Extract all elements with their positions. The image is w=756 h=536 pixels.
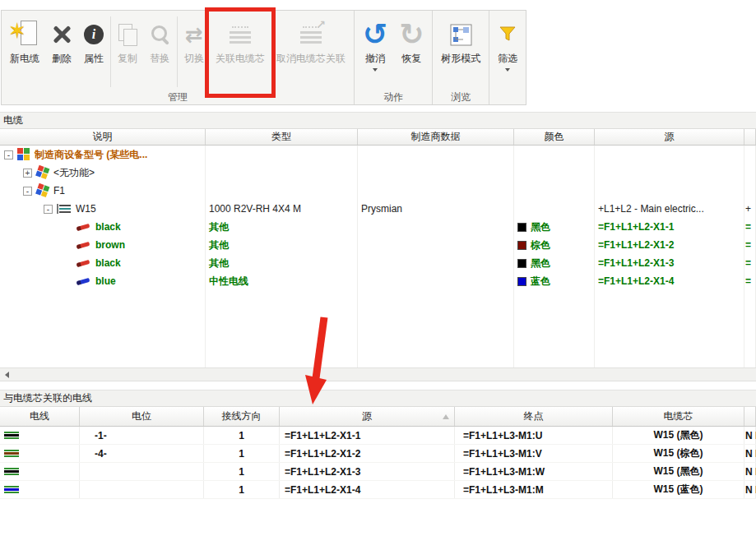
- table-row-core[interactable]: black 其他 黑色 =F1+L1+L2-X1-1 =: [0, 218, 756, 236]
- column-header-description[interactable]: 说明: [0, 129, 206, 145]
- wire-direction: 1: [204, 481, 280, 498]
- wire-core: W15 (蓝色): [613, 481, 744, 498]
- chevron-down-icon[interactable]: [373, 68, 378, 72]
- wire-direction: 1: [204, 427, 280, 444]
- core-name: black: [95, 221, 121, 233]
- core-source-overflow: =: [745, 275, 751, 287]
- wire-core: W15 (黑色): [613, 463, 744, 480]
- wire-core: W15 (黑色): [613, 427, 744, 444]
- chevron-down-icon[interactable]: [505, 68, 510, 72]
- wire-cut-value: N L: [744, 427, 756, 444]
- button-label: 撤消: [365, 52, 385, 66]
- expand-toggle[interactable]: -: [4, 150, 13, 159]
- wire-source: =F1+L1+L2-X1-4: [280, 481, 455, 498]
- cable-source-overflow: +: [744, 200, 756, 218]
- core-source-overflow: =: [745, 239, 751, 251]
- color-swatch: [517, 277, 526, 286]
- table-row-core[interactable]: brown 其他 棕色 =F1+L1+L2-X1-2 =: [0, 236, 756, 254]
- expand-toggle[interactable]: -: [44, 205, 53, 214]
- undo-icon: [363, 17, 387, 52]
- ribbon: ✶ 新电缆 删除 属性 复制: [0, 10, 756, 105]
- filter-button[interactable]: 筛选: [492, 13, 523, 90]
- wire-source: =F1+L1+L2-X1-3: [280, 463, 455, 480]
- core-type: 其他: [209, 220, 229, 234]
- button-label: 恢复: [401, 52, 421, 66]
- table-row[interactable]: - F1: [0, 182, 756, 200]
- wire-target: =F1+L1+L3-M1:M: [455, 481, 613, 498]
- wire-cut-value: N L: [744, 463, 756, 480]
- link-cores-icon: [228, 17, 253, 52]
- table-row-cable[interactable]: - W15 1000 R2V-RH 4X4 M Prysmian +L1+L2 …: [0, 200, 756, 218]
- expand-toggle[interactable]: -: [23, 187, 32, 196]
- wire-icon: [77, 223, 90, 230]
- column-header-wire[interactable]: 电线: [0, 407, 80, 426]
- wire-source: =F1+L1+L2-X1-1: [280, 427, 455, 444]
- column-header-source[interactable]: 源: [595, 129, 744, 145]
- core-type: 中性电线: [209, 275, 248, 289]
- wire-icon: [77, 277, 90, 284]
- column-header-color[interactable]: 颜色: [514, 129, 595, 145]
- table-row[interactable]: - 制造商设备型号 (某些电...: [0, 146, 756, 164]
- column-header-potential[interactable]: 电位: [80, 407, 204, 426]
- copy-button[interactable]: 复制: [112, 13, 143, 90]
- column-header-direction[interactable]: 接线方向: [204, 407, 280, 426]
- wire-lines-icon: [4, 486, 19, 493]
- column-header-type[interactable]: 类型: [206, 129, 358, 145]
- cable-panel-title: 电缆: [0, 112, 756, 129]
- table-row[interactable]: + <无功能>: [0, 164, 756, 182]
- core-name: blue: [95, 275, 116, 287]
- core-source: =F1+L1+L2-X1-2: [598, 239, 674, 251]
- core-color: 蓝色: [531, 275, 550, 289]
- new-cable-button[interactable]: ✶ 新电缆: [4, 13, 45, 90]
- wire-source: =F1+L1+L2-X1-2: [280, 445, 455, 462]
- switch-button[interactable]: ⇄ 切换: [179, 13, 210, 90]
- cable-type: 1000 R2V-RH 4X4 M: [206, 200, 358, 218]
- button-label: 复制: [118, 52, 137, 66]
- unlink-cores-button[interactable]: 取消电缆芯关联: [271, 13, 351, 90]
- column-header-source[interactable]: 源: [280, 407, 455, 426]
- column-header-manufacturer[interactable]: 制造商数据: [358, 129, 514, 145]
- wire-potential: -4-: [80, 445, 204, 462]
- cable-table-body: - 制造商设备型号 (某些电... + <无功能> - F1: [0, 146, 756, 367]
- wire-target: =F1+L1+L3-M1:V: [455, 445, 613, 462]
- button-label: 取消电缆芯关联: [276, 52, 346, 66]
- wire-lines-icon: [4, 468, 19, 475]
- ribbon-group-browse: 树形模式 浏览: [433, 11, 489, 104]
- unlink-cores-icon: [299, 17, 323, 52]
- table-row-wire[interactable]: -4- 1 =F1+L1+L2-X1-2 =F1+L1+L3-M1:V W15 …: [0, 445, 756, 463]
- properties-button[interactable]: 属性: [78, 13, 109, 90]
- core-source-overflow: =: [745, 257, 751, 269]
- column-header-target[interactable]: 终点: [455, 407, 613, 426]
- redo-button[interactable]: 恢复: [393, 13, 429, 90]
- core-color: 黑色: [531, 256, 550, 270]
- column-header-cut[interactable]: [744, 129, 756, 145]
- table-row-core[interactable]: blue 中性电线 蓝色 =F1+L1+L2-X1-4 =: [0, 272, 756, 290]
- core-source: =F1+L1+L2-X1-1: [598, 221, 674, 233]
- tree-mode-button[interactable]: 树形模式: [435, 13, 486, 90]
- new-cable-icon: ✶: [12, 17, 38, 52]
- button-label: 筛选: [498, 52, 517, 66]
- core-type: 其他: [209, 256, 229, 270]
- delete-button[interactable]: 删除: [45, 13, 78, 90]
- button-label: 关联电缆芯: [216, 52, 265, 66]
- undo-button[interactable]: 撤消: [357, 13, 393, 90]
- link-cores-button[interactable]: 关联电缆芯: [210, 13, 271, 90]
- horizontal-scrollbar[interactable]: [0, 367, 756, 381]
- table-row-wire[interactable]: 1 =F1+L1+L2-X1-3 =F1+L1+L3-M1:W W15 (黑色)…: [0, 463, 756, 481]
- expand-toggle[interactable]: +: [23, 169, 32, 178]
- column-header-cut[interactable]: [744, 407, 756, 426]
- replace-button[interactable]: 替换: [143, 13, 176, 90]
- wires-table-header: 电线 电位 接线方向 源 终点 电缆芯: [0, 407, 756, 427]
- column-header-core[interactable]: 电缆芯: [613, 407, 744, 426]
- table-row-wire[interactable]: 1 =F1+L1+L2-X1-4 =F1+L1+L3-M1:M W15 (蓝色)…: [0, 481, 756, 499]
- wire-icon: [77, 241, 90, 248]
- core-color: 棕色: [531, 238, 550, 252]
- manufacturer-model-icon: [17, 148, 30, 161]
- scroll-left-button[interactable]: [0, 368, 14, 381]
- delete-icon: [51, 17, 72, 52]
- row-label: 制造商设备型号 (某些电...: [35, 148, 147, 162]
- cable-icon: [57, 203, 72, 215]
- table-row-core[interactable]: black 其他 黑色 =F1+L1+L2-X1-3 =: [0, 254, 756, 272]
- table-row-wire[interactable]: -1- 1 =F1+L1+L2-X1-1 =F1+L1+L3-M1:U W15 …: [0, 427, 756, 445]
- wire-cut-value: N L: [744, 481, 756, 498]
